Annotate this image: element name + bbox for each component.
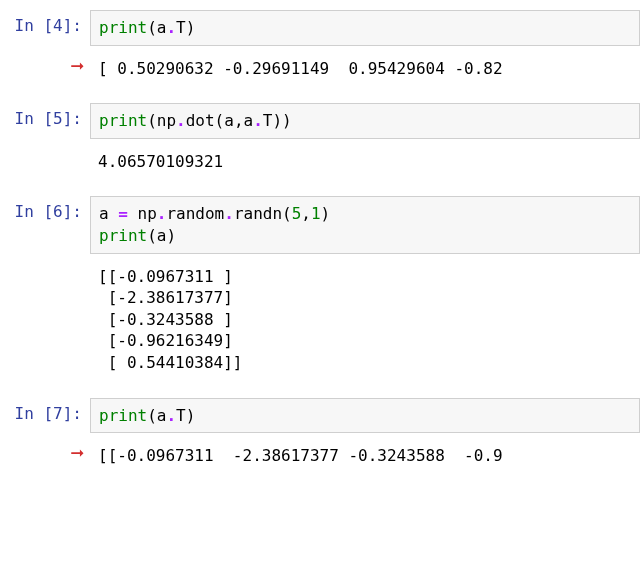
arrow-right-icon: ➞	[71, 441, 84, 466]
code-input[interactable]: print(a.T)	[90, 398, 640, 434]
output-text: 4.06570109321	[90, 145, 640, 183]
code-cell: In [7]:print(a.T)	[0, 398, 640, 434]
code-cell: In [4]:print(a.T)	[0, 10, 640, 46]
notebook-view: In [4]:print(a.T)➞[ 0.50290632 -0.296911…	[0, 10, 640, 477]
code-cell: In [6]:a = np.random.randn(5,1) print(a)	[0, 196, 640, 253]
output-text: [[-0.0967311 -2.38617377 -0.3243588 -0.9	[90, 439, 640, 477]
output-row: ➞[ 0.50290632 -0.29691149 0.95429604 -0.…	[0, 52, 640, 90]
arrow-right-icon: ➞	[71, 54, 84, 79]
input-prompt: In [5]:	[15, 109, 82, 128]
input-prompt: In [6]:	[15, 202, 82, 221]
code-input[interactable]: print(a.T)	[90, 10, 640, 46]
code-input[interactable]: print(np.dot(a,a.T))	[90, 103, 640, 139]
code-input[interactable]: a = np.random.randn(5,1) print(a)	[90, 196, 640, 253]
output-text: [[-0.0967311 ] [-2.38617377] [-0.3243588…	[90, 260, 640, 384]
output-row: ➞[[-0.0967311 -2.38617377 -0.3243588 -0.…	[0, 439, 640, 477]
input-prompt: In [7]:	[15, 404, 82, 423]
output-row: 4.06570109321	[0, 145, 640, 183]
output-row: [[-0.0967311 ] [-2.38617377] [-0.3243588…	[0, 260, 640, 384]
input-prompt: In [4]:	[15, 16, 82, 35]
output-text: [ 0.50290632 -0.29691149 0.95429604 -0.8…	[90, 52, 640, 90]
code-cell: In [5]:print(np.dot(a,a.T))	[0, 103, 640, 139]
